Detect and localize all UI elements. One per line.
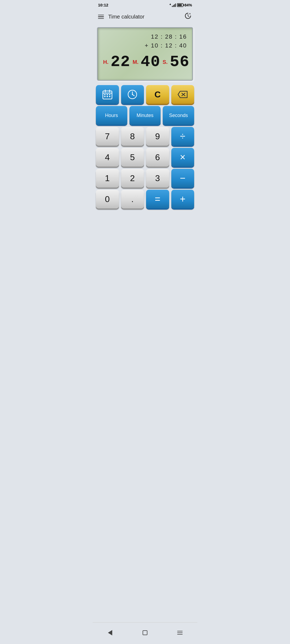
svg-rect-8 [109, 94, 110, 95]
equals-label: = [155, 193, 160, 205]
key-row-4: 4 5 6 × [96, 148, 194, 167]
menu-line-2 [98, 16, 104, 17]
svg-line-1 [188, 16, 189, 17]
svg-rect-9 [104, 96, 106, 97]
history-button[interactable] [184, 12, 192, 22]
nav-back-button[interactable] [104, 627, 116, 639]
display-expressions: 12 : 28 : 16 + 10 : 12 : 40 [103, 32, 187, 50]
header-left: Time calculator [98, 14, 144, 20]
signal-label: ⁴ [169, 3, 171, 7]
status-right: ⁴ 84% [169, 3, 192, 7]
add-label: + [180, 193, 186, 205]
battery-icon [177, 3, 183, 7]
key-5[interactable]: 5 [121, 148, 144, 167]
back-icon [108, 630, 112, 635]
key-8[interactable]: 8 [121, 127, 144, 146]
key-dot[interactable]: . [121, 190, 144, 208]
seconds-button[interactable]: Seconds [163, 106, 194, 125]
minutes-button[interactable]: Minutes [129, 106, 161, 125]
backspace-icon [177, 91, 188, 98]
key-0[interactable]: 0 [96, 190, 119, 208]
svg-rect-6 [104, 94, 106, 95]
key-row-5: 1 2 3 − [96, 169, 194, 188]
key-1-label: 1 [105, 173, 110, 183]
home-icon [143, 630, 147, 635]
minutes-label: M. [133, 59, 139, 65]
subtract-button[interactable]: − [171, 169, 194, 188]
clear-button[interactable]: C [146, 85, 169, 104]
hours-value: 22 [111, 54, 130, 70]
display-line-1: 12 : 28 : 16 [103, 32, 187, 41]
clock-button[interactable] [121, 85, 144, 104]
menu-line-3 [98, 18, 104, 19]
signal-icon [172, 3, 176, 7]
key-6[interactable]: 6 [146, 148, 169, 167]
clear-label: C [154, 90, 161, 100]
display-result: H. 22 M. 40 S. 56 [103, 54, 187, 70]
menu-icon [177, 631, 183, 635]
key-row-1: C [96, 85, 194, 104]
key-1[interactable]: 1 [96, 169, 119, 188]
key-4-label: 4 [105, 152, 110, 162]
calendar-icon [102, 89, 113, 100]
minutes-label: Minutes [136, 113, 153, 118]
nav-bar [93, 622, 197, 644]
key-0-label: 0 [105, 194, 110, 204]
calendar-button[interactable] [96, 85, 119, 104]
hours-button[interactable]: Hours [96, 106, 127, 125]
seconds-value: 56 [170, 54, 190, 70]
add-button[interactable]: + [171, 190, 194, 208]
subtract-label: − [180, 173, 186, 184]
key-3[interactable]: 3 [146, 169, 169, 188]
seconds-label: Seconds [169, 113, 188, 118]
nav-home-button[interactable] [139, 627, 151, 639]
svg-rect-10 [107, 96, 108, 97]
divide-button[interactable]: ÷ [171, 127, 194, 146]
seconds-label: S. [162, 59, 168, 65]
divide-label: ÷ [180, 131, 185, 142]
display-screen: 12 : 28 : 16 + 10 : 12 : 40 H. 22 M. 40 … [97, 27, 193, 81]
multiply-button[interactable]: × [171, 148, 194, 167]
key-2-label: 2 [130, 173, 135, 183]
nav-menu-button[interactable] [174, 627, 186, 639]
svg-rect-11 [109, 96, 110, 97]
key-row-6: 0 . = + [96, 190, 194, 208]
key-2[interactable]: 2 [121, 169, 144, 188]
backspace-button[interactable] [171, 85, 194, 104]
key-row-3: 7 8 9 ÷ [96, 127, 194, 146]
status-time: 10:12 [98, 3, 108, 7]
key-7-label: 7 [105, 131, 110, 141]
status-bar: 10:12 ⁴ 84% [93, 0, 197, 9]
key-4[interactable]: 4 [96, 148, 119, 167]
svg-point-15 [132, 94, 133, 95]
key-6-label: 6 [155, 152, 160, 162]
clock-icon [127, 89, 138, 100]
key-row-2: Hours Minutes Seconds [96, 106, 194, 125]
key-dot-label: . [131, 194, 134, 204]
hours-label: H. [103, 59, 108, 65]
key-9-label: 9 [155, 131, 160, 141]
key-3-label: 3 [155, 173, 160, 183]
key-8-label: 8 [130, 131, 135, 141]
battery-label: 84% [184, 3, 192, 7]
svg-rect-7 [107, 94, 108, 95]
app-title: Time calculator [108, 14, 144, 20]
key-5-label: 5 [130, 152, 135, 162]
history-icon [184, 12, 192, 20]
battery-fill [178, 4, 182, 6]
display-line-2: + 10 : 12 : 40 [103, 41, 187, 50]
minutes-value: 40 [141, 54, 161, 70]
keypad: C Hours Minutes Seconds 7 8 [93, 85, 197, 213]
multiply-label: × [180, 152, 186, 163]
header: Time calculator [93, 9, 197, 25]
menu-button[interactable] [98, 15, 104, 19]
key-9[interactable]: 9 [146, 127, 169, 146]
key-7[interactable]: 7 [96, 127, 119, 146]
equals-button[interactable]: = [146, 190, 169, 208]
menu-line-1 [98, 15, 104, 16]
hours-label: Hours [105, 113, 118, 118]
